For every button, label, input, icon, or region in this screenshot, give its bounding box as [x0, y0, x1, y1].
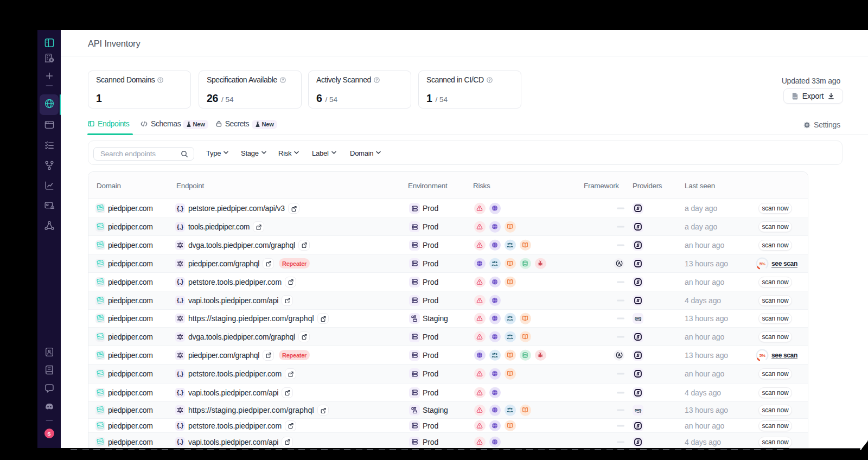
svg-text:5%: 5% — [760, 353, 765, 357]
svg-text:aws: aws — [635, 316, 641, 320]
svg-text:csv: csv — [793, 96, 797, 99]
svg-text:5%: 5% — [760, 261, 765, 266]
svg-text:aws: aws — [635, 407, 641, 411]
